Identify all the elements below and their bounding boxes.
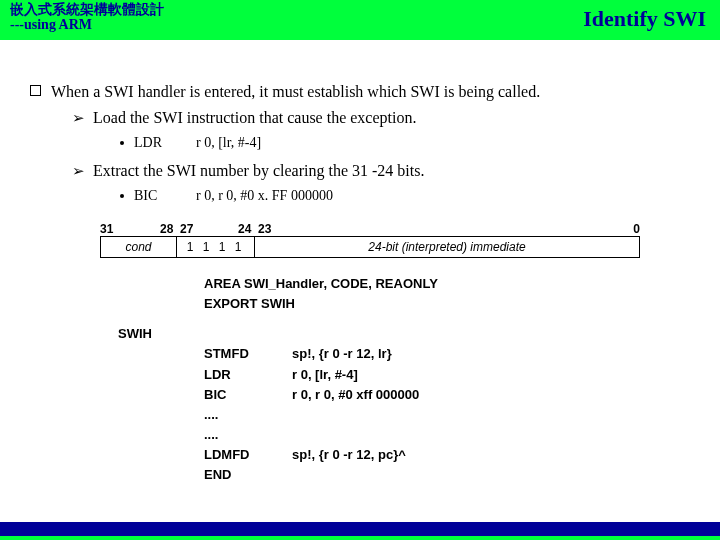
- bullet-level1: When a SWI handler is entered, it must e…: [30, 80, 690, 104]
- hollow-square-icon: [30, 85, 41, 96]
- subbullet-2-text: Extract the SWI number by clearing the 3…: [93, 159, 424, 183]
- subbullet-2: ➢ Extract the SWI number by clearing the…: [30, 159, 690, 183]
- bit-23: 23: [258, 220, 271, 238]
- code1-args: r 0, [lr, #-4]: [196, 132, 261, 153]
- asm-area: AREA SWI_Handler, CODE, REAONLY: [204, 274, 438, 294]
- asm-ldmfd-mn: LDMFD: [204, 445, 292, 465]
- asm-ldmfd-arg: sp!, {r 0 -r 12, pc}^: [292, 445, 406, 465]
- asm-listing: AREA SWI_Handler, CODE, REAONLY EXPORT S…: [118, 274, 690, 485]
- field-immediate: 24-bit (interpreted) immediate: [255, 237, 639, 257]
- asm-stmfd-mn: STMFD: [204, 344, 292, 364]
- code-line-1: LDR r 0, [lr, #-4]: [30, 132, 690, 153]
- header-left-block: 嵌入式系統架構軟體設計 ---using ARM: [10, 2, 164, 33]
- bit-0: 0: [633, 220, 640, 238]
- code2-args: r 0, r 0, #0 x. FF 000000: [196, 185, 333, 206]
- encoding-table: cond 1 1 1 1 24-bit (interpreted) immedi…: [100, 236, 640, 258]
- bit-27: 27: [180, 220, 193, 238]
- code2-mnemonic: BIC: [134, 185, 196, 206]
- asm-end-mn: END: [204, 465, 292, 485]
- field-cond: cond: [101, 237, 177, 257]
- subbullet-1: ➢ Load the SWI instruction that cause th…: [30, 106, 690, 130]
- asm-export: EXPORT SWIH: [204, 294, 295, 314]
- dot-icon: [120, 194, 124, 198]
- subbullet-1-text: Load the SWI instruction that cause the …: [93, 106, 416, 130]
- dot-icon: [120, 141, 124, 145]
- slide-content: When a SWI handler is entered, it must e…: [0, 40, 720, 485]
- slide-header: 嵌入式系統架構軟體設計 ---using ARM Identify SWI: [0, 0, 720, 40]
- slide-title: Identify SWI: [583, 2, 706, 32]
- asm-dots1: ....: [204, 405, 292, 425]
- bit-31: 31: [100, 220, 113, 238]
- asm-dots2: ....: [204, 425, 292, 445]
- asm-ldr-arg: r 0, [lr, #-4]: [292, 365, 358, 385]
- bullet1-text: When a SWI handler is entered, it must e…: [51, 80, 690, 104]
- arrowhead-icon: ➢: [72, 106, 85, 130]
- asm-ldr-mn: LDR: [204, 365, 292, 385]
- asm-stmfd-arg: sp!, {r 0 -r 12, lr}: [292, 344, 392, 364]
- course-title-cn: 嵌入式系統架構軟體設計: [10, 2, 164, 17]
- bit-labels-row: 31 28 27 24 23 0: [100, 220, 640, 236]
- instruction-encoding-diagram: 31 28 27 24 23 0 cond 1 1 1 1 24-bit (in…: [100, 220, 640, 258]
- asm-bic-arg: r 0, r 0, #0 xff 000000: [292, 385, 419, 405]
- code-line-2: BIC r 0, r 0, #0 x. FF 000000: [30, 185, 690, 206]
- field-opcode: 1 1 1 1: [177, 237, 255, 257]
- asm-bic-mn: BIC: [204, 385, 292, 405]
- course-subtitle: ---using ARM: [10, 17, 164, 32]
- code1-mnemonic: LDR: [134, 132, 196, 153]
- bit-24: 24: [238, 220, 251, 238]
- bit-28: 28: [160, 220, 173, 238]
- slide-footer-bar: [0, 522, 720, 540]
- asm-label-swih: SWIH: [118, 324, 204, 344]
- arrowhead-icon: ➢: [72, 159, 85, 183]
